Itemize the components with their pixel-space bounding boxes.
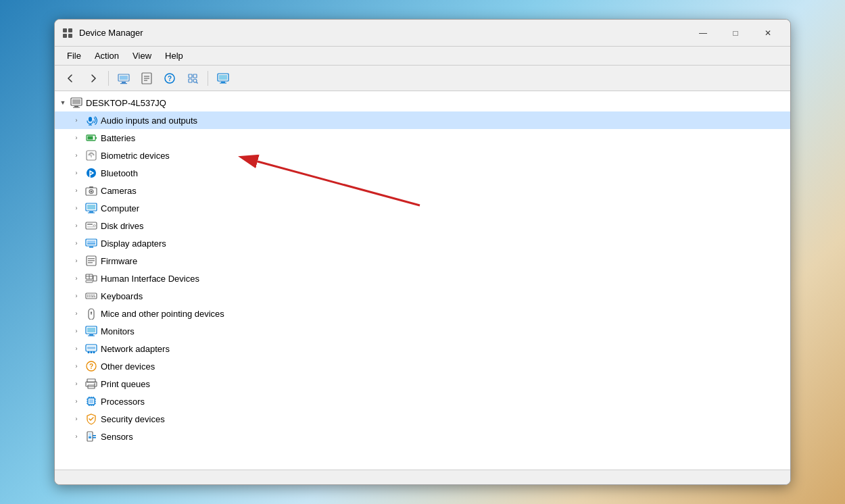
- svg-rect-5: [120, 76, 128, 80]
- minimize-button[interactable]: —: [687, 23, 719, 43]
- keyboards-expand-icon: ›: [71, 291, 82, 301]
- svg-rect-62: [91, 295, 93, 296]
- biometric-label: Biometric devices: [101, 151, 170, 161]
- security-icon: [84, 412, 98, 426]
- audio-icon: [84, 114, 98, 127]
- svg-rect-0: [63, 28, 67, 32]
- tree-item-firmware[interactable]: › Firmware: [55, 252, 790, 270]
- svg-rect-6: [122, 82, 126, 83]
- tree-item-batteries[interactable]: › Batteries: [55, 129, 790, 147]
- svg-rect-14: [189, 74, 192, 78]
- tree-item-display[interactable]: › Display adapters: [55, 234, 790, 252]
- audio-label: Audio inputs and outputs: [101, 116, 197, 126]
- menu-file[interactable]: File: [60, 48, 88, 64]
- svg-point-85: [94, 384, 95, 385]
- svg-point-78: [91, 351, 93, 353]
- batteries-expand-icon: ›: [71, 132, 82, 143]
- window-icon: [62, 27, 74, 39]
- svg-rect-59: [86, 293, 97, 299]
- tree-item-computer[interactable]: › Computer: [55, 199, 790, 217]
- display-expand-icon: ›: [71, 238, 82, 249]
- tree-item-other[interactable]: › ? Other devices: [55, 357, 790, 375]
- menu-help[interactable]: Help: [158, 48, 190, 64]
- print-icon: [84, 377, 98, 390]
- root-expand-icon: ▼: [57, 97, 68, 108]
- maximize-button[interactable]: □: [720, 23, 751, 43]
- tree-item-audio[interactable]: › Audio inputs and outputs: [55, 111, 790, 129]
- tree-item-mice[interactable]: › Mice and other pointing devices: [55, 305, 790, 322]
- bluetooth-expand-icon: ›: [71, 168, 82, 178]
- sensors-label: Sensors: [101, 432, 133, 442]
- svg-rect-2: [63, 34, 67, 38]
- svg-rect-3: [68, 34, 72, 38]
- titlebar-buttons: — □ ✕: [687, 23, 783, 43]
- help-button[interactable]: ?: [160, 69, 180, 88]
- toolbar: ?: [55, 66, 790, 91]
- tree-item-biometric[interactable]: › Biometric devices: [55, 147, 790, 164]
- tree-item-sensors[interactable]: › Sensors: [55, 428, 790, 445]
- svg-rect-63: [93, 295, 95, 296]
- scan-button[interactable]: [183, 69, 203, 88]
- sensors-expand-icon: ›: [71, 431, 82, 442]
- tree-item-processors[interactable]: ›: [55, 393, 790, 410]
- properties-button[interactable]: [137, 69, 157, 88]
- svg-rect-61: [89, 295, 91, 296]
- menubar: File Action View Help: [55, 47, 790, 66]
- hid-icon: [84, 272, 98, 285]
- device-tree[interactable]: ▼ DESKTOP-4L537JQ ›: [55, 91, 790, 470]
- svg-rect-26: [73, 107, 80, 108]
- tree-root[interactable]: ▼ DESKTOP-4L537JQ: [55, 94, 790, 111]
- toolbar-sep-1: [108, 71, 109, 86]
- svg-rect-60: [87, 295, 89, 296]
- tree-item-network[interactable]: › Network adapters: [55, 340, 790, 357]
- svg-rect-20: [219, 75, 227, 80]
- firmware-label: Firmware: [101, 256, 137, 266]
- computer-expand-icon: ›: [71, 203, 82, 213]
- disk-icon: [84, 219, 98, 232]
- tree-item-keyboards[interactable]: › Keyboards: [55, 287, 790, 305]
- svg-rect-102: [89, 436, 91, 438]
- monitors-expand-icon: ›: [71, 326, 82, 336]
- svg-rect-40: [89, 211, 93, 213]
- tree-item-monitors[interactable]: › Monitors: [55, 322, 790, 340]
- forward-button[interactable]: [83, 69, 103, 88]
- svg-point-37: [91, 191, 93, 193]
- svg-rect-49: [89, 247, 93, 248]
- svg-rect-31: [95, 137, 97, 139]
- disk-expand-icon: ›: [71, 220, 82, 231]
- tree-item-disk[interactable]: › Disk drives: [55, 217, 790, 234]
- bluetooth-icon: [84, 166, 98, 180]
- audio-expand-icon: ›: [71, 115, 82, 126]
- svg-rect-73: [88, 336, 95, 336]
- processors-expand-icon: ›: [71, 396, 82, 407]
- toolbar-sep-2: [208, 71, 208, 86]
- svg-rect-55: [86, 280, 93, 282]
- svg-point-77: [88, 351, 90, 353]
- svg-rect-67: [94, 297, 95, 298]
- hid-label: Human Interface Devices: [101, 274, 199, 284]
- tree-item-security[interactable]: › Security devices: [55, 410, 790, 428]
- tree-item-print[interactable]: › Print queues: [55, 375, 790, 393]
- menu-view[interactable]: View: [126, 48, 158, 64]
- svg-rect-53: [88, 262, 93, 263]
- svg-rect-7: [120, 83, 127, 84]
- device-manager-button[interactable]: [114, 69, 134, 88]
- svg-point-34: [87, 168, 96, 178]
- biometric-icon: [84, 149, 98, 162]
- svg-rect-103: [93, 435, 96, 436]
- computer-icon: [84, 201, 98, 215]
- close-button[interactable]: ✕: [752, 23, 783, 43]
- network-label: Network adapters: [101, 344, 170, 354]
- tree-item-bluetooth[interactable]: › Bluetooth: [55, 164, 790, 182]
- monitor-button[interactable]: [213, 69, 233, 88]
- tree-item-cameras[interactable]: › Cameras: [55, 182, 790, 199]
- menu-action[interactable]: Action: [88, 48, 126, 64]
- svg-text:?: ?: [168, 75, 172, 82]
- svg-rect-58: [93, 276, 97, 281]
- back-button[interactable]: [60, 69, 80, 88]
- svg-point-79: [93, 351, 95, 353]
- root-label: DESKTOP-4L537JQ: [86, 98, 166, 108]
- svg-rect-1: [68, 28, 72, 32]
- tree-item-hid[interactable]: › Human Interface Devices: [55, 270, 790, 287]
- svg-text:?: ?: [89, 363, 93, 370]
